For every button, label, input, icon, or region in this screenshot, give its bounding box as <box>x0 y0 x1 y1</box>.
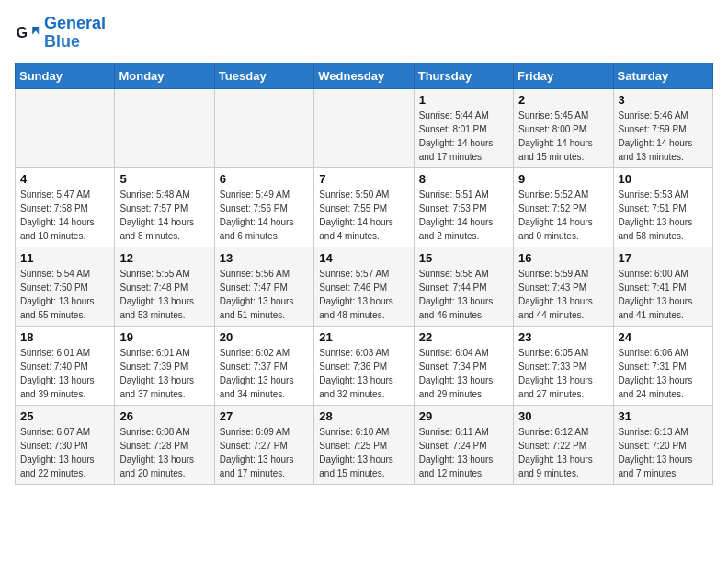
day-number: 6 <box>220 172 309 186</box>
day-info: Sunrise: 5:47 AM Sunset: 7:58 PM Dayligh… <box>20 188 109 243</box>
calendar-cell: 25Sunrise: 6:07 AM Sunset: 7:30 PM Dayli… <box>16 405 115 484</box>
day-info: Sunrise: 5:49 AM Sunset: 7:56 PM Dayligh… <box>220 188 309 243</box>
calendar-cell: 31Sunrise: 6:13 AM Sunset: 7:20 PM Dayli… <box>613 405 712 484</box>
day-info: Sunrise: 5:57 AM Sunset: 7:46 PM Dayligh… <box>319 267 408 322</box>
calendar-cell: 19Sunrise: 6:01 AM Sunset: 7:39 PM Dayli… <box>115 326 214 405</box>
day-number: 1 <box>419 93 508 107</box>
day-number: 3 <box>619 93 708 107</box>
day-number: 22 <box>419 330 508 344</box>
day-info: Sunrise: 5:53 AM Sunset: 7:51 PM Dayligh… <box>619 188 708 243</box>
day-number: 14 <box>319 251 408 265</box>
calendar-cell: 23Sunrise: 6:05 AM Sunset: 7:33 PM Dayli… <box>514 326 613 405</box>
day-number: 8 <box>419 172 508 186</box>
calendar-cell: 14Sunrise: 5:57 AM Sunset: 7:46 PM Dayli… <box>314 247 414 326</box>
day-header-wednesday: Wednesday <box>314 63 414 88</box>
calendar-cell: 10Sunrise: 5:53 AM Sunset: 7:51 PM Dayli… <box>613 167 712 247</box>
day-header-sunday: Sunday <box>16 63 115 88</box>
calendar-cell: 9Sunrise: 5:52 AM Sunset: 7:52 PM Daylig… <box>514 167 613 247</box>
calendar-cell: 24Sunrise: 6:06 AM Sunset: 7:31 PM Dayli… <box>613 326 712 405</box>
day-info: Sunrise: 6:13 AM Sunset: 7:20 PM Dayligh… <box>619 425 708 480</box>
calendar-table: SundayMondayTuesdayWednesdayThursdayFrid… <box>15 63 713 485</box>
day-header-friday: Friday <box>514 63 613 88</box>
day-number: 30 <box>518 409 608 423</box>
day-number: 29 <box>419 409 508 423</box>
calendar-cell: 26Sunrise: 6:08 AM Sunset: 7:28 PM Dayli… <box>115 405 214 484</box>
calendar-cell: 4Sunrise: 5:47 AM Sunset: 7:58 PM Daylig… <box>16 167 115 247</box>
logo: G General Blue <box>15 15 106 52</box>
page-header: G General Blue <box>15 15 713 52</box>
calendar-cell: 15Sunrise: 5:58 AM Sunset: 7:44 PM Dayli… <box>414 247 513 326</box>
day-number: 9 <box>518 172 608 186</box>
day-number: 17 <box>619 251 708 265</box>
calendar-cell: 16Sunrise: 5:59 AM Sunset: 7:43 PM Dayli… <box>514 247 613 326</box>
day-number: 24 <box>619 330 708 344</box>
day-number: 20 <box>220 330 309 344</box>
day-info: Sunrise: 6:05 AM Sunset: 7:33 PM Dayligh… <box>518 346 608 401</box>
day-number: 5 <box>119 172 209 186</box>
calendar-cell: 29Sunrise: 6:11 AM Sunset: 7:24 PM Dayli… <box>414 405 513 484</box>
week-row-2: 11Sunrise: 5:54 AM Sunset: 7:50 PM Dayli… <box>16 247 713 326</box>
calendar-cell: 27Sunrise: 6:09 AM Sunset: 7:27 PM Dayli… <box>214 405 313 484</box>
day-number: 31 <box>619 409 708 423</box>
logo-icon: G <box>15 20 40 46</box>
svg-text:G: G <box>17 25 28 40</box>
calendar-cell: 8Sunrise: 5:51 AM Sunset: 7:53 PM Daylig… <box>414 167 513 247</box>
day-info: Sunrise: 6:08 AM Sunset: 7:28 PM Dayligh… <box>119 425 209 480</box>
day-info: Sunrise: 5:45 AM Sunset: 8:00 PM Dayligh… <box>518 109 608 164</box>
day-info: Sunrise: 6:00 AM Sunset: 7:41 PM Dayligh… <box>619 267 708 322</box>
day-info: Sunrise: 6:12 AM Sunset: 7:22 PM Dayligh… <box>518 425 608 480</box>
week-row-1: 4Sunrise: 5:47 AM Sunset: 7:58 PM Daylig… <box>16 167 713 247</box>
day-header-tuesday: Tuesday <box>214 63 313 88</box>
week-row-3: 18Sunrise: 6:01 AM Sunset: 7:40 PM Dayli… <box>16 326 713 405</box>
day-info: Sunrise: 5:56 AM Sunset: 7:47 PM Dayligh… <box>220 267 309 322</box>
calendar-cell: 20Sunrise: 6:02 AM Sunset: 7:37 PM Dayli… <box>214 326 313 405</box>
day-info: Sunrise: 6:03 AM Sunset: 7:36 PM Dayligh… <box>319 346 408 401</box>
day-number: 21 <box>319 330 408 344</box>
calendar-cell: 22Sunrise: 6:04 AM Sunset: 7:34 PM Dayli… <box>414 326 513 405</box>
day-header-monday: Monday <box>115 63 214 88</box>
calendar-cell: 18Sunrise: 6:01 AM Sunset: 7:40 PM Dayli… <box>16 326 115 405</box>
calendar-cell <box>214 88 313 167</box>
day-info: Sunrise: 5:52 AM Sunset: 7:52 PM Dayligh… <box>518 188 608 243</box>
calendar-cell <box>314 88 414 167</box>
day-info: Sunrise: 5:48 AM Sunset: 7:57 PM Dayligh… <box>119 188 209 243</box>
day-header-saturday: Saturday <box>613 63 712 88</box>
calendar-cell: 7Sunrise: 5:50 AM Sunset: 7:55 PM Daylig… <box>314 167 414 247</box>
day-number: 28 <box>319 409 408 423</box>
day-info: Sunrise: 5:51 AM Sunset: 7:53 PM Dayligh… <box>419 188 508 243</box>
day-number: 16 <box>518 251 608 265</box>
day-number: 4 <box>20 172 109 186</box>
week-row-0: 1Sunrise: 5:44 AM Sunset: 8:01 PM Daylig… <box>16 88 713 167</box>
day-info: Sunrise: 5:46 AM Sunset: 7:59 PM Dayligh… <box>619 109 708 164</box>
logo-text: General Blue <box>44 15 106 52</box>
calendar-cell: 1Sunrise: 5:44 AM Sunset: 8:01 PM Daylig… <box>414 88 513 167</box>
day-info: Sunrise: 5:55 AM Sunset: 7:48 PM Dayligh… <box>119 267 209 322</box>
calendar-cell: 17Sunrise: 6:00 AM Sunset: 7:41 PM Dayli… <box>613 247 712 326</box>
day-info: Sunrise: 6:11 AM Sunset: 7:24 PM Dayligh… <box>419 425 508 480</box>
day-number: 12 <box>119 251 209 265</box>
day-number: 23 <box>518 330 608 344</box>
day-number: 13 <box>220 251 309 265</box>
week-row-4: 25Sunrise: 6:07 AM Sunset: 7:30 PM Dayli… <box>16 405 713 484</box>
calendar-cell: 11Sunrise: 5:54 AM Sunset: 7:50 PM Dayli… <box>16 247 115 326</box>
day-number: 2 <box>518 93 608 107</box>
day-number: 7 <box>319 172 408 186</box>
calendar-cell: 6Sunrise: 5:49 AM Sunset: 7:56 PM Daylig… <box>214 167 313 247</box>
day-info: Sunrise: 6:06 AM Sunset: 7:31 PM Dayligh… <box>619 346 708 401</box>
day-info: Sunrise: 5:58 AM Sunset: 7:44 PM Dayligh… <box>419 267 508 322</box>
day-header-thursday: Thursday <box>414 63 513 88</box>
day-number: 27 <box>220 409 309 423</box>
header-row: SundayMondayTuesdayWednesdayThursdayFrid… <box>16 63 713 88</box>
day-info: Sunrise: 6:04 AM Sunset: 7:34 PM Dayligh… <box>419 346 508 401</box>
day-info: Sunrise: 6:01 AM Sunset: 7:40 PM Dayligh… <box>20 346 109 401</box>
day-number: 25 <box>20 409 109 423</box>
calendar-cell: 12Sunrise: 5:55 AM Sunset: 7:48 PM Dayli… <box>115 247 214 326</box>
day-info: Sunrise: 6:02 AM Sunset: 7:37 PM Dayligh… <box>220 346 309 401</box>
day-number: 11 <box>20 251 109 265</box>
calendar-cell: 28Sunrise: 6:10 AM Sunset: 7:25 PM Dayli… <box>314 405 414 484</box>
day-info: Sunrise: 6:07 AM Sunset: 7:30 PM Dayligh… <box>20 425 109 480</box>
day-number: 18 <box>20 330 109 344</box>
day-info: Sunrise: 6:10 AM Sunset: 7:25 PM Dayligh… <box>319 425 408 480</box>
day-info: Sunrise: 6:01 AM Sunset: 7:39 PM Dayligh… <box>119 346 209 401</box>
day-number: 10 <box>619 172 708 186</box>
